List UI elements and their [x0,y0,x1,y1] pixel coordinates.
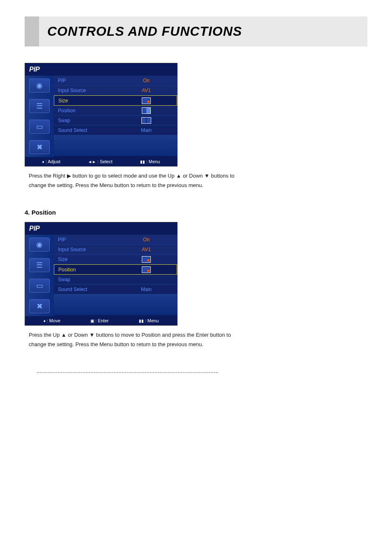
pip-tab-icon[interactable]: ◉ [29,79,50,92]
pip-tab-icon[interactable]: ◉ [29,238,50,252]
swap-icon [115,117,177,124]
picture-tab-icon[interactable]: ☰ [29,258,50,272]
picture-tab-icon[interactable]: ☰ [29,99,50,113]
row-label: Sound Select [54,287,115,292]
settings-tab-icon[interactable]: ✖ [29,140,50,154]
header-main: CONTROLS AND FUNCTIONS [39,16,367,46]
row-label: PIP [54,237,115,243]
row-value: On [115,237,177,243]
row-sound-select[interactable]: Sound Select Main [54,284,177,294]
row-label: Size [54,98,116,104]
row-swap[interactable]: Swap [54,275,177,284]
screen-tab-icon[interactable]: ▭ [29,279,50,293]
arrow-down-icon: ▼ [204,173,210,179]
footer-menu: ▮▮: Menu [139,318,159,323]
osd-sidebar: ◉ ☰ ▭ ✖ [25,235,54,316]
row-swap[interactable]: Swap [54,116,177,125]
footer-select: ◄►: Select [88,159,112,164]
instruction-size-line2: change the setting. Press the Menu butto… [25,182,367,188]
arrow-down-icon: ▼ [89,332,95,338]
header-bar: CONTROLS AND FUNCTIONS [25,16,367,46]
row-label: Position [54,267,116,273]
arrow-right-icon: ▶ [67,173,71,179]
dotted-divider [37,372,218,373]
row-position-selected[interactable]: Position [54,264,177,275]
footer-adjust: ♦: Adjust [42,159,60,164]
footer-menu: ▮▮: Menu [140,159,160,164]
header-accent [25,16,39,46]
instruction-position-line1: Press the Up ▲ or Down ▼ buttons to move… [25,332,367,338]
row-size-selected[interactable]: Size [54,95,177,106]
osd-title: PIP [25,63,177,76]
row-input-source[interactable]: Input Source AV1 [54,245,177,254]
osd-panel-position: PIP ◉ ☰ ▭ ✖ PIP On Input Source AV1 Size… [25,222,178,326]
footer-move: ♦: Move [44,318,60,323]
page-title: CONTROLS AND FUNCTIONS [47,24,242,39]
osd-title: PIP [25,222,177,235]
row-sound-select[interactable]: Sound Select Main [54,125,177,135]
row-value: On [115,78,177,83]
instruction-position-line2: change the setting. Press the Menu butto… [25,341,367,347]
row-input-source[interactable]: Input Source AV1 [54,86,177,95]
row-label: PIP [54,78,115,83]
row-pip[interactable]: PIP On [54,76,177,86]
position-icon [116,266,177,273]
row-value: AV1 [115,88,177,93]
instruction-size-line1: Press the Right ▶ button to go to select… [25,173,367,179]
osd-spacer [54,294,177,315]
row-label: Swap [54,277,115,282]
row-value: Main [115,287,177,292]
osd-sidebar: ◉ ☰ ▭ ✖ [25,76,54,157]
row-label: Swap [54,118,115,123]
row-value: Main [115,127,177,133]
row-label: Sound Select [54,127,115,133]
row-size[interactable]: Size [54,254,177,264]
section-heading-position: 4. Position [25,209,367,216]
screen-tab-icon[interactable]: ▭ [29,120,50,134]
settings-tab-icon[interactable]: ✖ [29,299,50,313]
osd-footer: ♦: Adjust ◄►: Select ▮▮: Menu [25,157,177,166]
row-position[interactable]: Position [54,106,177,116]
position-icon [115,107,177,114]
row-label: Position [54,108,115,113]
row-pip[interactable]: PIP On [54,235,177,245]
row-label: Size [54,257,115,262]
arrow-up-icon: ▲ [176,173,181,179]
size-icon [116,97,177,104]
row-label: Input Source [54,88,115,93]
osd-panel-size: PIP ◉ ☰ ▭ ✖ PIP On Input Source AV1 Size… [25,63,178,166]
footer-enter: ▣: Enter [90,318,108,323]
osd-spacer [54,135,177,156]
osd-footer: ♦: Move ▣: Enter ▮▮: Menu [25,316,177,325]
arrow-up-icon: ▲ [61,332,67,338]
row-label: Input Source [54,247,115,252]
row-value: AV1 [115,247,177,252]
size-icon [115,256,177,263]
